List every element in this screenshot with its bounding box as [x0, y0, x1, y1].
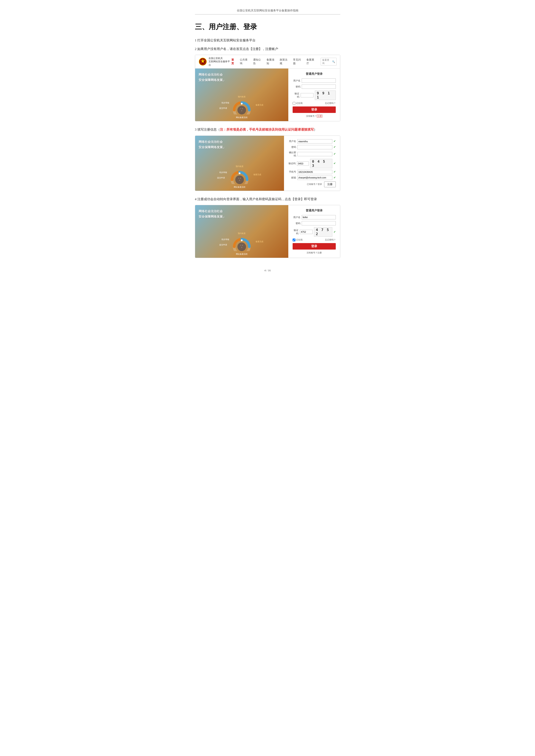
username-input-2[interactable]: [302, 215, 336, 219]
register-hint-1: 没有账号？注册: [293, 115, 336, 118]
captcha-row-1: 验证码 9 9 1 1: [293, 91, 336, 100]
svg-text:1: 1: [238, 177, 239, 179]
screenshot-register: 网络社会法治社会 安全保障网络发展」 预约检查 备案完成 初步审核 提交申请 1…: [195, 136, 340, 191]
flow-gauge: 1 2 3: [231, 99, 253, 115]
page-footer: 4 / 16: [195, 267, 340, 272]
svg-point-8: [241, 103, 242, 104]
login-button-2[interactable]: 登录: [293, 243, 336, 250]
remember-checkbox-2[interactable]: [293, 239, 296, 241]
banner-text: 网络社会法治社会 安全保障网络发展」: [199, 72, 285, 83]
svg-text:3: 3: [239, 179, 240, 181]
reg-confirm-row: 确认密码 ✔: [288, 151, 336, 157]
reg-password-row: 密码 ✔: [288, 145, 336, 149]
username-row-2: 用户名: [293, 215, 336, 219]
check-icon-captcha: ✔: [334, 162, 336, 165]
flow-label-preview-3: 预约检查: [238, 232, 246, 235]
flow-title-3: 网站备案流程: [220, 253, 263, 256]
register-bottom: 已有账号？登录 注册: [288, 181, 336, 187]
svg-text:1: 1: [240, 108, 241, 109]
reg-email-input[interactable]: [297, 176, 332, 180]
platform-left-banner: 网络社会法治社会 安全保障网络发展」 预约检查 备案完成 初步审核 提交申请: [195, 68, 288, 121]
flow-label-review: 初步审核: [221, 101, 229, 104]
flow-title: 网站备案流程: [220, 116, 263, 119]
logo-text: 全国公安机关 互联网站安全服务平台: [209, 57, 231, 67]
police-badge-icon: [199, 57, 207, 66]
captcha-input-2[interactable]: [300, 230, 313, 234]
password-input-2[interactable]: [302, 221, 336, 226]
platform-left-banner-2: 网络社会法治社会 安全保障网络发展」 预约检查 备案完成 初步审核 提交申请 1…: [195, 136, 284, 191]
username-row: 用户名: [293, 78, 336, 83]
check-icon-phone: ✔: [334, 170, 336, 174]
svg-text:2: 2: [242, 244, 243, 246]
forget-link-2[interactable]: 忘记密码？: [325, 238, 336, 241]
captcha-image-2: 0 4 5 3: [310, 159, 332, 168]
reg-captcha-row: 验证码 0 4 5 3 ✔: [288, 159, 336, 168]
platform-body: 网络社会法治社会 安全保障网络发展」 预约检查 备案完成 初步审核 提交申请: [195, 68, 340, 121]
check-icon-username: ✔: [334, 140, 336, 143]
captcha-row-2: 验证码 4 7 5 2 ✔: [293, 227, 336, 237]
platform-body-2: 网络社会法治社会 安全保障网络发展」 预约检查 备案完成 初步审核 提交申请 1…: [195, 136, 340, 191]
login-title-1: 普通用户登录: [293, 72, 336, 76]
register-hint-2: 没有账号？注册: [293, 251, 336, 254]
reg-captcha-input[interactable]: [297, 161, 309, 166]
login-button-1[interactable]: 登录: [293, 106, 336, 113]
reg-phone-row: 手机号 ✔: [288, 170, 336, 174]
svg-text:3: 3: [241, 110, 242, 112]
nav-faq[interactable]: 常见问题: [293, 58, 303, 65]
reg-username-row: 用户名 ✔: [288, 139, 336, 144]
search-icon[interactable]: 🔍: [332, 60, 335, 63]
platform-body-3: 网络社会法治社会 安全保障网络发展」 预约检查 备案完成 初步审核 提交申请 1…: [195, 205, 340, 258]
svg-text:2: 2: [242, 108, 243, 109]
svg-point-20: [241, 239, 242, 241]
remember-row: 记住我 忘记密码？: [293, 102, 336, 105]
register-submit-btn[interactable]: 注册: [324, 181, 336, 187]
reg-confirm-input[interactable]: [297, 152, 332, 156]
remember-row-2: 记住我 忘记密码？: [293, 238, 336, 241]
forget-link[interactable]: 忘记密码？: [325, 102, 336, 105]
svg-text:2: 2: [240, 177, 241, 179]
login-panel-1: 普通用户登录 用户名 密码 验证码 9 9 1 1 记住我: [288, 68, 340, 121]
captcha-image-1: 9 9 1 1: [315, 91, 336, 100]
reg-username-input[interactable]: [297, 139, 332, 144]
remember-checkbox[interactable]: [293, 102, 296, 105]
login-title-2: 普通用户登录: [293, 209, 336, 212]
reg-email-row: 邮箱 ✔: [288, 176, 336, 180]
password-input-1[interactable]: [302, 85, 336, 89]
platform-nav: 首页 公共查询 通知公告 备案须知 政策法规 常见问题 备案展厅: [231, 58, 316, 65]
step2-text: 2 如果用户没有用户名，请在首页点击【注册】，注册账户: [195, 46, 340, 52]
section-title: 三、用户注册、登录: [195, 22, 340, 32]
check-icon-confirm: ✔: [334, 152, 336, 156]
check-icon-captcha-2: ✔: [334, 230, 336, 233]
username-input-1[interactable]: [302, 78, 336, 83]
nav-policy[interactable]: 政策法规: [280, 58, 290, 65]
flow-label-preview-2: 预约检查: [236, 165, 243, 168]
register-panel: 用户名 ✔ 密码 ✔ 确认密码 ✔ 验证码 0 4 5 3 ✔: [284, 136, 340, 191]
step4-text: 4 注册成功会自动转向登录界面，输入用户名和密码及验证码，点击【登录】即可登录: [195, 197, 340, 202]
reg-phone-input[interactable]: [297, 170, 332, 174]
nav-hall[interactable]: 备案展厅: [306, 58, 316, 65]
flow-label-complete: 备案完成: [256, 104, 263, 106]
flow-label-submit-3: 提交申请: [219, 244, 227, 246]
flow-label-complete-3: 备案完成: [256, 240, 263, 243]
captcha-input-1[interactable]: [300, 93, 314, 97]
password-row: 密码: [293, 85, 336, 89]
nav-home[interactable]: 首页: [231, 58, 236, 65]
step3-text: 3 填写注册信息（注：所有项是必填，手机号及邮箱涉及到信用认证问题请谨慎填写）: [195, 127, 340, 133]
platform-logo: 全国公安机关 互联网站安全服务平台: [199, 57, 232, 67]
nav-query[interactable]: 公共查询: [240, 58, 250, 65]
captcha-image-3: 4 7 5 2: [314, 227, 332, 237]
svg-point-14: [239, 173, 240, 174]
flow-gauge-2: 1 2 3: [229, 169, 250, 184]
nav-notice[interactable]: 通知公告: [253, 58, 263, 65]
flow-label-complete-2: 备案完成: [253, 173, 261, 176]
screenshot-login-after-register: 网络社会法治社会 安全保障网络发展」 预约检查 备案完成 初步审核 提交申请 1…: [195, 205, 340, 258]
svg-text:1: 1: [240, 244, 241, 246]
flow-label-preview: 预约检查: [238, 95, 246, 98]
screenshot-login-register: 全国公安机关 互联网站安全服务平台 首页 公共查询 通知公告 备案须知 政策法规…: [195, 55, 340, 121]
page-header: 全国公安机关互联网站安全服务平台备案操作指南: [195, 9, 340, 14]
reg-password-input[interactable]: [297, 145, 332, 149]
nav-beian[interactable]: 备案须知: [267, 58, 276, 65]
register-link-1[interactable]: 注册: [317, 115, 323, 118]
platform-header: 全国公安机关 互联网站安全服务平台 首页 公共查询 通知公告 备案须知 政策法规…: [195, 55, 340, 68]
banner-text-3: 网络社会法治社会 安全保障网络发展」: [199, 209, 285, 219]
